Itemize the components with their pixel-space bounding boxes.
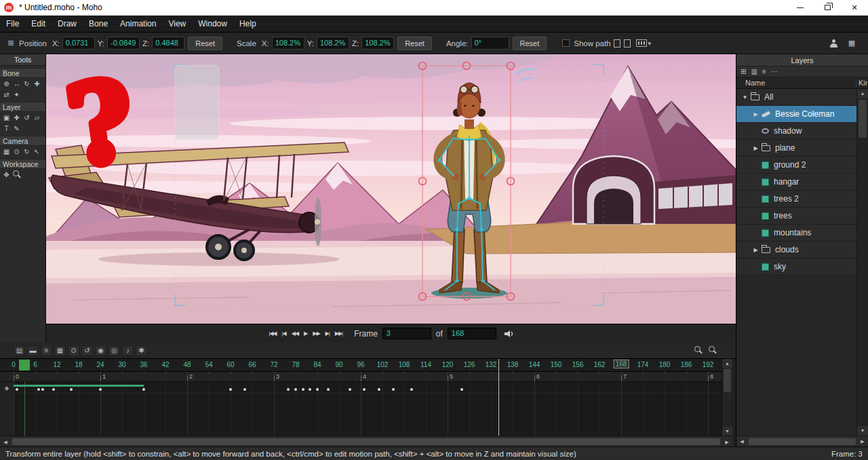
keyframe-dot[interactable] (460, 388, 463, 391)
scale-y-input[interactable]: 108.2% (317, 37, 349, 50)
keyframe-dot[interactable] (294, 388, 297, 391)
doc-icon[interactable] (614, 39, 620, 47)
keyframe-dot[interactable] (327, 388, 330, 391)
position-y-input[interactable]: -0.0849 (107, 37, 140, 50)
zoom-in-icon[interactable] (707, 345, 717, 355)
keyframe-dot[interactable] (16, 388, 18, 391)
shear-layer-tool[interactable]: ▱ (32, 113, 42, 122)
more-options-icon[interactable]: ⋯ (771, 68, 778, 75)
scroll-left-button[interactable]: ◀ (736, 436, 747, 446)
audio-track-icon[interactable]: ♪ (122, 345, 134, 356)
scroll-down-button[interactable]: ▼ (857, 426, 868, 436)
jump-to-start-button[interactable]: |◀◀ (267, 330, 277, 337)
scroll-up-button[interactable]: ▲ (722, 359, 732, 368)
scroll-right-button[interactable]: ▶ (722, 437, 732, 446)
angle-input[interactable]: 0° (471, 37, 509, 50)
keyframe-dot[interactable] (316, 388, 319, 391)
bone-strength-tool[interactable]: ✦ (12, 90, 22, 99)
expand-icon[interactable]: ▶ (751, 145, 760, 151)
scale-z-input[interactable]: 108.2% (361, 37, 394, 50)
next-keyframe-button[interactable]: ▶| (324, 330, 331, 337)
keyframe-dot[interactable] (363, 388, 366, 391)
menu-bone[interactable]: Bone (83, 19, 114, 28)
position-z-input[interactable]: 0.4848 (152, 37, 184, 50)
loop-icon[interactable]: ↺ (81, 345, 93, 356)
show-path-checkbox[interactable] (562, 39, 570, 47)
dropdown-caret-icon[interactable]: ▾ (648, 40, 652, 47)
keyframe-dot[interactable] (37, 388, 40, 391)
angle-reset-button[interactable]: Reset (513, 37, 547, 50)
keyframe-dot[interactable] (349, 388, 351, 391)
keyframe-dot[interactable] (99, 388, 102, 391)
scale-x-input[interactable]: 108.2% (272, 37, 304, 50)
onion-skin-icon[interactable]: ◎ (108, 345, 120, 356)
scroll-thumb[interactable] (749, 438, 856, 445)
total-frames-input[interactable]: 168 (448, 328, 496, 339)
scroll-thumb[interactable] (12, 438, 720, 445)
position-reset-button[interactable]: Reset (188, 37, 222, 50)
close-button[interactable]: ✕ (841, 0, 868, 15)
timeline-vscrollbar[interactable]: ▲ ▼ (722, 359, 732, 436)
text-tool[interactable]: T (1, 123, 12, 133)
autokey-icon[interactable]: ⊙ (68, 345, 79, 356)
scroll-left-button[interactable]: ◀ (0, 437, 11, 446)
previous-keyframe-button[interactable]: |◀ (281, 330, 288, 337)
layers-vscrollbar[interactable]: ▲ ▼ (856, 89, 868, 436)
doc-copy-icon[interactable] (624, 39, 631, 47)
step-forward-button[interactable]: ▶▶ (311, 330, 321, 337)
layer-row-trees-2[interactable]: trees 2 (736, 191, 856, 208)
seconds-ruler[interactable]: 012345678 (0, 372, 722, 382)
menu-window[interactable]: Window (192, 19, 233, 28)
keyframe-dot[interactable] (287, 388, 290, 391)
keyframe-interval-icon[interactable]: ▬ (27, 345, 39, 356)
pan-tilt-camera-tool[interactable]: ↖ (32, 147, 42, 156)
keyframe-dot[interactable] (229, 388, 232, 391)
jump-to-end-button[interactable]: ▶▶| (334, 330, 344, 337)
layer-row-all[interactable]: ▼All (736, 89, 856, 106)
menu-file[interactable]: File (0, 19, 25, 28)
restore-button[interactable] (814, 0, 841, 15)
step-back-button[interactable]: ◀◀ (290, 330, 300, 337)
roll-camera-tool[interactable]: ↻ (22, 147, 32, 156)
keyframe-dot[interactable] (392, 388, 395, 391)
menu-view[interactable]: View (162, 19, 192, 28)
minimize-button[interactable] (787, 0, 814, 15)
keyframe-dot[interactable] (70, 388, 73, 391)
layer-row-hangar[interactable]: hangar (736, 174, 856, 191)
layer-row-ground-2[interactable]: ground 2 (736, 157, 856, 174)
new-folder-icon[interactable]: ▥ (751, 68, 757, 75)
playhead[interactable] (19, 360, 30, 370)
image-sequence-icon[interactable]: ▦ (54, 345, 66, 356)
layer-settings-icon[interactable]: ≡ (762, 68, 766, 75)
scroll-up-button[interactable]: ▲ (857, 89, 868, 98)
character-wizard-icon[interactable] (829, 39, 838, 48)
audio-mute-icon[interactable] (504, 330, 515, 338)
keyframe-dot[interactable] (378, 388, 380, 391)
new-layer-icon[interactable]: ⊞ (741, 68, 746, 75)
rotate-bone-tool[interactable]: ↻ (22, 79, 32, 88)
channel-filter-icon[interactable]: ≡ (41, 345, 52, 356)
translate-bone-tool[interactable]: ↔ (12, 79, 22, 88)
timeline-hscrollbar[interactable]: ◀ ▶ (0, 436, 732, 446)
menu-edit[interactable]: Edit (25, 19, 52, 28)
zoom-out-icon[interactable] (693, 345, 703, 355)
pan-workspace-tool[interactable]: ✥ (1, 170, 12, 179)
add-bone-tool[interactable]: ✚ (32, 79, 42, 88)
expand-icon[interactable]: ▶ (751, 111, 760, 117)
frame-ruler[interactable]: 0612182430364248546066727884909610210811… (0, 359, 722, 372)
draw-tool[interactable]: ✎ (12, 123, 22, 133)
customize-toolbar-icon[interactable]: ▦ (846, 38, 857, 48)
scroll-down-button[interactable]: ▼ (722, 427, 732, 436)
layer-row-bessie-coleman[interactable]: ▶Bessie Coleman (736, 106, 856, 123)
canvas-viewport[interactable]: ? (46, 54, 736, 324)
zoom-camera-tool[interactable]: ⊙ (12, 147, 22, 156)
layer-row-plane[interactable]: ▶plane (736, 140, 856, 157)
keyframe-dot[interactable] (142, 388, 145, 391)
layer-row-sky[interactable]: sky (736, 258, 856, 275)
layer-row-trees[interactable]: trees (736, 208, 856, 225)
keyframe-dot[interactable] (243, 388, 246, 391)
keyframe-dot[interactable] (309, 388, 311, 391)
frame-input[interactable]: 3 (382, 328, 431, 339)
layer-row-clouds[interactable]: ▶clouds (736, 242, 856, 258)
position-x-input[interactable]: 0.0731 (62, 37, 95, 50)
